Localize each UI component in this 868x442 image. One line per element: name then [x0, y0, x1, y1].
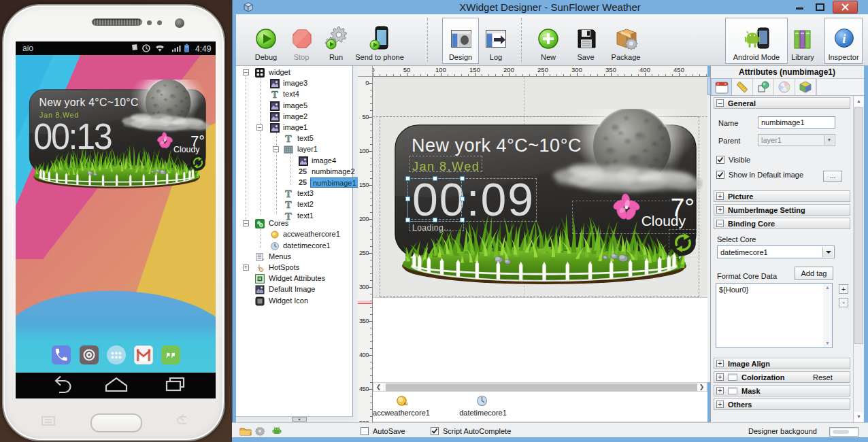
- svg-text:T: T: [285, 189, 292, 199]
- svg-text:T: T: [285, 200, 292, 209]
- svg-text:T: T: [271, 90, 278, 99]
- svg-text:4:49: 4:49: [195, 44, 212, 54]
- svg-text:i: i: [842, 31, 846, 46]
- svg-text:AE: AE: [403, 402, 407, 406]
- svg-text:00:13: 00:13: [33, 116, 112, 157]
- svg-text:T: T: [285, 134, 292, 143]
